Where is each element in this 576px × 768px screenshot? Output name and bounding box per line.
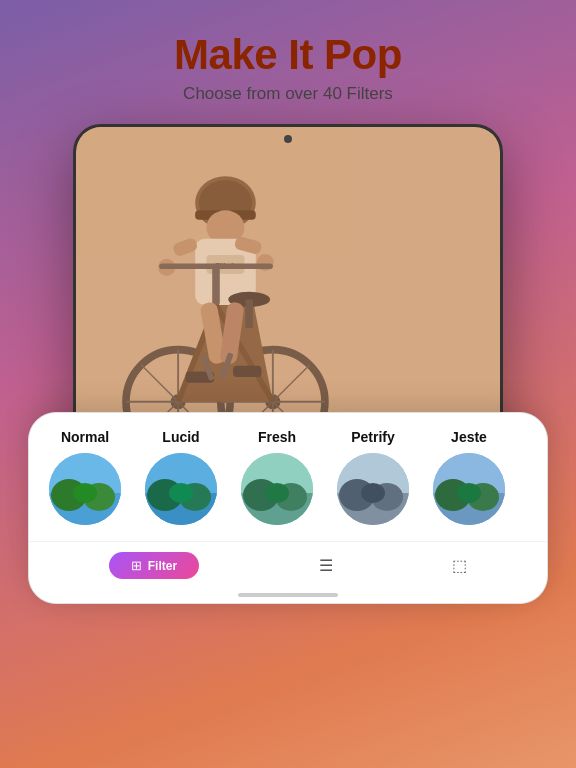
crop-icon: ⬚	[452, 556, 467, 575]
page-title: Make It Pop	[174, 32, 402, 78]
filter-circle-normal[interactable]	[49, 453, 121, 525]
svg-point-61	[457, 483, 481, 503]
filter-item-petrify[interactable]: Petrify	[333, 429, 413, 525]
filter-label-normal: Normal	[61, 429, 109, 445]
filter-circle-fresh[interactable]	[241, 453, 313, 525]
page-subtitle: Choose from over 40 Filters	[174, 84, 402, 104]
filter-label-fresh: Fresh	[258, 429, 296, 445]
filter-icon: ⊞	[131, 558, 142, 573]
svg-point-41	[73, 483, 97, 503]
adjust-icon: ☰	[319, 556, 333, 575]
filter-item-lucid[interactable]: Lucid	[141, 429, 221, 525]
filters-row: Normal Lucid	[29, 429, 547, 541]
filter-button-label: Filter	[148, 559, 177, 573]
header: Make It Pop Choose from over 40 Filters	[174, 0, 402, 104]
svg-rect-34	[233, 366, 261, 377]
filter-circle-petrify[interactable]	[337, 453, 409, 525]
svg-point-51	[265, 483, 289, 503]
filter-label-petrify: Petrify	[351, 429, 395, 445]
filter-item-normal[interactable]: Normal	[45, 429, 125, 525]
app-toolbar: ⊞ Filter ☰ ⬚	[29, 541, 547, 593]
filter-circle-jester[interactable]	[433, 453, 505, 525]
tablet-container: FILA	[73, 124, 503, 544]
crop-toolbar-button[interactable]: ⬚	[452, 556, 467, 575]
svg-rect-13	[212, 267, 220, 305]
filter-label-jester: Jeste	[451, 429, 487, 445]
filter-circle-lucid[interactable]	[145, 453, 217, 525]
filter-label-lucid: Lucid	[162, 429, 199, 445]
filter-item-jester[interactable]: Jeste	[429, 429, 509, 525]
svg-rect-30	[245, 300, 253, 328]
filter-item-fresh[interactable]: Fresh	[237, 429, 317, 525]
svg-point-46	[169, 483, 193, 503]
app-panel: Normal Lucid	[28, 412, 548, 604]
adjust-toolbar-button[interactable]: ☰	[319, 556, 333, 575]
svg-point-56	[361, 483, 385, 503]
filter-toolbar-button[interactable]: ⊞ Filter	[109, 552, 199, 579]
tablet-camera	[284, 135, 292, 143]
home-indicator	[238, 593, 338, 597]
